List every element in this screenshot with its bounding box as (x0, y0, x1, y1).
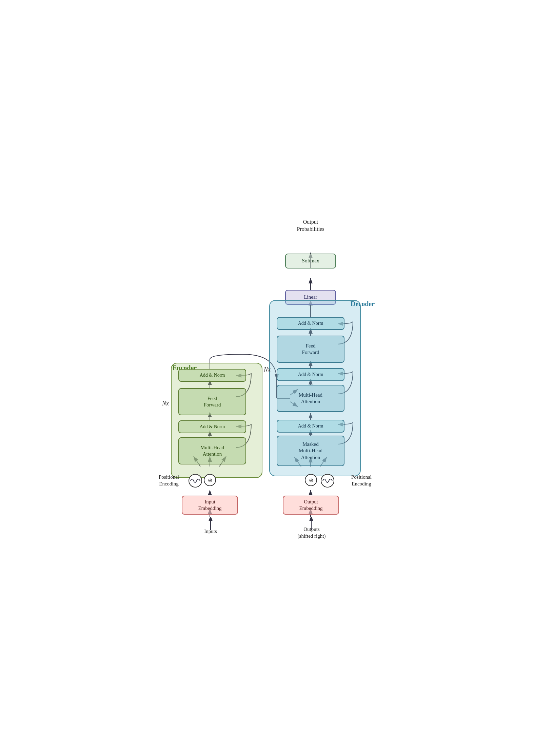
decoder-masked-attention: MaskedMulti-HeadAttention (277, 436, 344, 466)
positional-encoding-left-label: PositionalEncoding (152, 474, 186, 487)
transformer-diagram: OutputProbabilities Softmax Linear Decod… (144, 200, 389, 556)
sine-circle-left (189, 474, 202, 488)
decoder-add-norm-3: Add & Norm (277, 317, 344, 330)
plus-circle-left: ⊕ (204, 474, 216, 486)
output-embedding-box: OutputEmbedding (283, 496, 339, 515)
decoder-add-norm-1: Add & Norm (277, 420, 344, 433)
decoder-cross-attention: Multi-HeadAttention (277, 385, 344, 412)
encoder-add-norm-1: Add & Norm (178, 420, 246, 433)
decoder-add-norm-2: Add & Norm (277, 368, 344, 381)
decoder-feed-forward: FeedForward (277, 336, 344, 363)
decoder-label: Decoder (351, 300, 375, 308)
softmax-box: Softmax (285, 254, 336, 268)
sine-circle-right (321, 474, 334, 488)
encoder-attention: Multi-HeadAttention (178, 437, 246, 464)
positional-encoding-right-label: PositionalEncoding (343, 474, 380, 487)
encoder-nx: Nx (162, 400, 169, 407)
output-probabilities-label: OutputProbabilities (287, 219, 334, 233)
input-embedding-box: InputEmbedding (182, 496, 238, 515)
decoder-nx: Nx (264, 366, 271, 373)
encoder-feed-forward: FeedForward (178, 388, 246, 415)
plus-circle-right: ⊕ (305, 474, 317, 486)
encoder-add-norm-2: Add & Norm (178, 369, 246, 382)
